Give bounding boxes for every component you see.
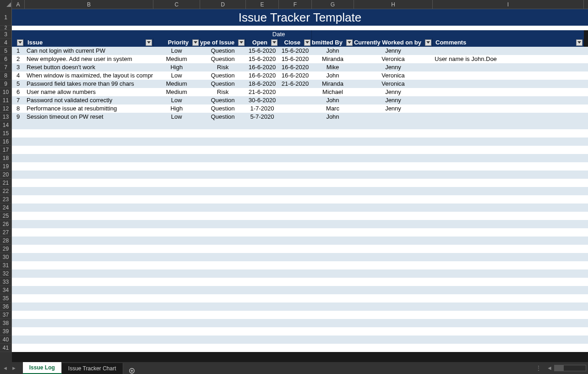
add-sheet-button[interactable] bbox=[123, 368, 141, 374]
cell-id[interactable]: 9 bbox=[12, 113, 25, 121]
cell-submitted-by[interactable]: Mike bbox=[312, 63, 354, 72]
table-row[interactable]: 6User name allow numbersMediumRisk21-6-2… bbox=[12, 88, 588, 96]
col-header-C[interactable]: C bbox=[153, 0, 200, 9]
cell-comments[interactable] bbox=[433, 104, 584, 113]
cell-close[interactable]: 16-6-2020 bbox=[279, 72, 312, 80]
empty-row[interactable] bbox=[12, 187, 588, 195]
col-header-G[interactable]: G bbox=[312, 0, 354, 9]
filter-icon[interactable] bbox=[192, 39, 199, 46]
header-close[interactable]: Close bbox=[279, 38, 312, 47]
cell-type[interactable]: Question bbox=[200, 47, 246, 55]
cell-priority[interactable]: Low bbox=[153, 96, 200, 104]
filter-icon[interactable] bbox=[271, 39, 278, 46]
table-row[interactable]: 9Session timeout on PW resetLowQuestion5… bbox=[12, 113, 588, 121]
empty-row[interactable] bbox=[12, 162, 588, 170]
cell-issue[interactable]: User name allow numbers bbox=[25, 88, 153, 96]
cell-id[interactable]: 3 bbox=[12, 63, 25, 72]
tab-options-icon[interactable]: ⋮ bbox=[533, 365, 545, 371]
cell-submitted-by[interactable]: Michael bbox=[312, 88, 354, 96]
tab-next-icon[interactable]: ► bbox=[11, 365, 16, 371]
empty-row[interactable] bbox=[12, 286, 588, 294]
row-header[interactable]: 36 bbox=[0, 302, 12, 311]
cell-worked-by[interactable]: Jenny bbox=[354, 63, 433, 72]
row-header[interactable]: 27 bbox=[0, 228, 12, 236]
cell-close[interactable]: 15-6-2020 bbox=[279, 55, 312, 63]
cell-comments[interactable] bbox=[433, 113, 584, 121]
col-header-F[interactable]: F bbox=[279, 0, 312, 9]
row-header[interactable]: 34 bbox=[0, 286, 12, 294]
filter-icon[interactable] bbox=[146, 39, 152, 46]
cell-submitted-by[interactable]: John bbox=[312, 113, 354, 121]
empty-row[interactable] bbox=[12, 212, 588, 220]
row-header[interactable]: 31 bbox=[0, 261, 12, 270]
cell-priority[interactable]: Low bbox=[153, 72, 200, 80]
cell-issue[interactable]: Session timeout on PW reset bbox=[25, 113, 153, 121]
cell-type[interactable]: Risk bbox=[200, 63, 246, 72]
empty-row[interactable] bbox=[12, 170, 588, 179]
row-header[interactable]: 8 bbox=[0, 72, 12, 80]
cell-priority[interactable]: Low bbox=[153, 113, 200, 121]
header-submitted-by[interactable]: Submitted By bbox=[312, 38, 354, 47]
cell-issue[interactable]: Reset button doesn't work bbox=[25, 63, 153, 72]
col-header-E[interactable]: E bbox=[246, 0, 279, 9]
row-header[interactable]: 9 bbox=[0, 80, 12, 88]
header-comments[interactable]: Comments bbox=[433, 38, 584, 47]
empty-row[interactable] bbox=[12, 344, 588, 352]
empty-row[interactable] bbox=[12, 204, 588, 212]
cell-type[interactable]: Question bbox=[200, 96, 246, 104]
cell-issue[interactable]: Performance issue at resubmitting bbox=[25, 104, 153, 113]
cell-submitted-by[interactable]: John bbox=[312, 72, 354, 80]
filter-icon[interactable] bbox=[576, 39, 583, 46]
cell-open[interactable]: 16-6-2020 bbox=[246, 72, 279, 80]
row-header[interactable]: 19 bbox=[0, 162, 12, 170]
row-header[interactable]: 2 bbox=[0, 26, 12, 30]
row-header[interactable]: 25 bbox=[0, 212, 12, 220]
row-header[interactable]: 37 bbox=[0, 311, 12, 319]
col-header-A[interactable]: A bbox=[12, 0, 25, 9]
cell-id[interactable]: 6 bbox=[12, 88, 25, 96]
cell-comments[interactable] bbox=[433, 72, 584, 80]
empty-row[interactable] bbox=[12, 236, 588, 245]
table-row[interactable]: 3Reset button doesn't workHighRisk16-6-2… bbox=[12, 63, 588, 72]
tab-issue-log[interactable]: Issue Log bbox=[23, 362, 62, 374]
row-header[interactable]: 24 bbox=[0, 204, 12, 212]
row-header[interactable]: 14 bbox=[0, 121, 12, 129]
filter-icon[interactable] bbox=[346, 39, 353, 46]
cell-issue[interactable]: Password not validated correctly bbox=[25, 96, 153, 104]
row-header[interactable]: 3 bbox=[0, 30, 12, 38]
row-header[interactable]: 29 bbox=[0, 245, 12, 253]
row-header[interactable]: 13 bbox=[0, 113, 12, 121]
cell-type[interactable]: Risk bbox=[200, 88, 246, 96]
row-header[interactable]: 1 bbox=[0, 9, 12, 26]
empty-row[interactable] bbox=[12, 294, 588, 302]
cell-open[interactable]: 30-6-2020 bbox=[246, 96, 279, 104]
cell-type[interactable]: Question bbox=[200, 80, 246, 88]
cell-comments[interactable]: User name is John.Doe bbox=[433, 55, 584, 63]
empty-row[interactable] bbox=[12, 245, 588, 253]
cell-close[interactable] bbox=[279, 104, 312, 113]
cell-submitted-by[interactable]: Miranda bbox=[312, 55, 354, 63]
row-header[interactable]: 30 bbox=[0, 253, 12, 261]
table-row[interactable]: 5Password field takes more than 99 chars… bbox=[12, 80, 588, 88]
row-header[interactable]: 16 bbox=[0, 138, 12, 146]
empty-row[interactable] bbox=[12, 327, 588, 336]
row-header[interactable]: 35 bbox=[0, 294, 12, 302]
cell-close[interactable]: 15-6-2020 bbox=[279, 47, 312, 55]
filter-icon[interactable] bbox=[304, 39, 310, 46]
cell-close[interactable] bbox=[279, 113, 312, 121]
empty-row[interactable] bbox=[12, 270, 588, 278]
row-header[interactable]: 28 bbox=[0, 236, 12, 245]
header-priority[interactable]: Priority bbox=[153, 38, 200, 47]
col-header-B[interactable]: B bbox=[25, 0, 153, 9]
cell-open[interactable]: 5-7-2020 bbox=[246, 113, 279, 121]
row-header[interactable]: 26 bbox=[0, 220, 12, 228]
cell-open[interactable]: 15-6-2020 bbox=[246, 55, 279, 63]
col-header-D[interactable]: D bbox=[200, 0, 246, 9]
cell-worked-by[interactable]: Jenny bbox=[354, 47, 433, 55]
row-header[interactable]: 18 bbox=[0, 154, 12, 162]
table-row[interactable]: 8Performance issue at resubmittingHighQu… bbox=[12, 104, 588, 113]
row-header[interactable]: 4 bbox=[0, 38, 12, 47]
cell-close[interactable]: 21-6-2020 bbox=[279, 80, 312, 88]
cell-type[interactable]: Question bbox=[200, 113, 246, 121]
cell-worked-by[interactable]: Jenny bbox=[354, 88, 433, 96]
